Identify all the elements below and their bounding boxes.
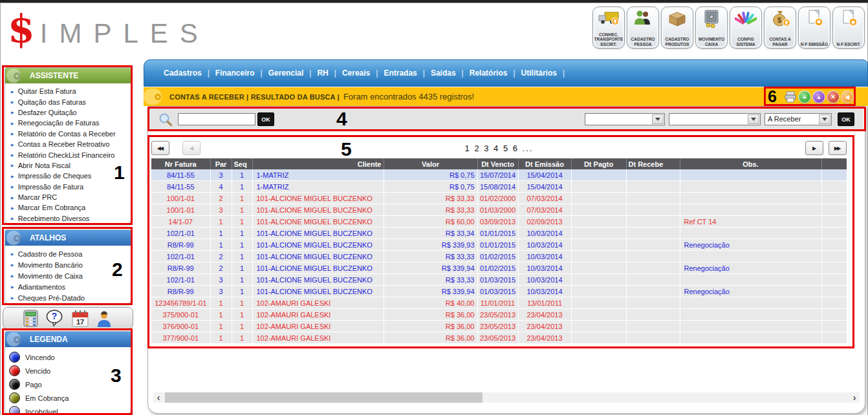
print-button[interactable] xyxy=(784,91,797,103)
menu-item[interactable]: Utilitários xyxy=(521,69,570,78)
table-row[interactable]: R8/R-99 3 1 101-ALCIONE MIGUEL BUCZENKO … xyxy=(151,286,847,297)
sidebar-menu-item[interactable]: Abrir Nota Fiscal xyxy=(9,160,131,171)
cadastro-pessoa-button[interactable]: CADASTRO PESSOA xyxy=(627,6,659,48)
table-row[interactable]: 102/1-01 2 1 101-ALCIONE MIGUEL BUCZENKO… xyxy=(151,251,847,262)
sidebar-menu-item[interactable]: Cheques Pré-Datado xyxy=(9,292,131,303)
cell-dt-pagto xyxy=(571,262,626,274)
contas-a-pagar-button[interactable]: $ CONTAS A PAGAR xyxy=(764,6,796,48)
cell-seq: 1 xyxy=(232,216,252,228)
menu-item[interactable]: Relatórios xyxy=(470,69,521,78)
sidebar-menu-item[interactable]: Relatório de Contas a Receber xyxy=(9,129,131,139)
column-header[interactable]: Valor xyxy=(384,158,477,169)
sidebar-menu-item[interactable]: Cadastro de Pessoa xyxy=(9,248,131,259)
cell-dt-recebe xyxy=(626,239,680,251)
sidebar-menu-item[interactable]: Relatório CheckList Financeiro xyxy=(9,149,131,160)
search-input[interactable] xyxy=(178,113,255,125)
cell-seq: 1 xyxy=(232,251,252,262)
table-row[interactable]: 102/1-01 1 1 101-ALCIONE MIGUEL BUCZENKO… xyxy=(151,228,847,239)
conhec-transporte-button[interactable]: CONHEC. TRANSPORTE ESCRIT. xyxy=(592,6,625,48)
config-sistema-button[interactable]: CONFIG SISTEMA xyxy=(730,6,762,48)
menu-item[interactable]: RH xyxy=(317,69,342,78)
cell-cliente: 101-ALCIONE MIGUEL BUCZENKO xyxy=(252,204,384,216)
cell-valor: R$ 40,00 xyxy=(384,297,477,309)
legend-item: Vencido xyxy=(8,364,131,378)
move-up-button[interactable]: ▲ xyxy=(812,90,825,103)
cell-cliente: 101-ALCIONE MIGUEL BUCZENKO xyxy=(252,216,384,228)
sidebar-menu-item[interactable]: Quitação das Faturas xyxy=(9,96,131,107)
column-header[interactable]: Nr Fatura xyxy=(151,158,210,169)
column-header[interactable]: Dt Recebe xyxy=(626,158,680,169)
add-button[interactable]: + xyxy=(798,90,811,103)
sidebar-menu-item[interactable]: Movimento Bancário xyxy=(9,259,131,270)
cell-dt-recebe xyxy=(626,262,680,274)
sidebar-menu-item[interactable]: Marcar PRC xyxy=(9,192,131,202)
table-row[interactable]: 84/11-55 4 1 1-MATRIZ R$ 0,75 15/08/2014… xyxy=(151,181,847,193)
cell-dt-pagto xyxy=(571,228,626,239)
filter-ok-button[interactable]: OK xyxy=(838,112,854,126)
cell-nr-fatura: 100/1-01 xyxy=(151,193,210,204)
legend-item: Vincendo xyxy=(8,350,131,364)
filter-select-1[interactable] xyxy=(585,113,665,125)
menu-item[interactable]: Cereais xyxy=(342,69,384,78)
sidebar-menu-item[interactable]: Movimento de Caixa xyxy=(9,270,131,281)
column-header[interactable]: Seq xyxy=(232,158,252,169)
column-header[interactable]: Dt Vencto xyxy=(477,158,518,169)
menu-item[interactable]: Gerencial xyxy=(268,69,318,78)
nf-emissao-button[interactable]: N F EMISSÃO xyxy=(798,6,830,48)
table-row[interactable]: 84/11-55 3 1 1-MATRIZ R$ 0,75 15/07/2014… xyxy=(151,169,847,181)
table-row[interactable]: R8/R-99 2 1 101-ALCIONE MIGUEL BUCZENKO … xyxy=(151,262,847,274)
cell-dt-vencto: 01/02/2015 xyxy=(477,262,518,274)
sidebar-menu-item[interactable]: Contas a Receber Retroativo xyxy=(9,139,131,149)
sidebar-menu-item[interactable]: Adiantamentos xyxy=(9,281,131,292)
menu-item[interactable]: Financeiro xyxy=(215,69,268,78)
table-row[interactable]: 123456789/1-01 1 1 102-AMAURI GALESKI R$… xyxy=(151,297,847,309)
table-row[interactable]: 100/1-01 3 1 101-ALCIONE MIGUEL BUCZENKO… xyxy=(151,204,847,216)
menu-item[interactable]: Saídas xyxy=(431,69,470,78)
column-header[interactable] xyxy=(821,158,847,169)
menu-item[interactable]: Entradas xyxy=(384,69,430,78)
table-row[interactable]: R8/R-99 1 1 101-ALCIONE MIGUEL BUCZENKO … xyxy=(151,239,847,251)
table-row[interactable]: 102/1-01 3 1 101-ALCIONE MIGUEL BUCZENKO… xyxy=(151,274,847,286)
close-button[interactable]: ✕ xyxy=(827,90,840,103)
filter-select-status[interactable]: A Receber xyxy=(765,113,832,125)
sidebar-menu-item[interactable]: Impressão de Cheques xyxy=(9,171,131,181)
sidebar-menu-item[interactable]: Impressão de Fatura xyxy=(9,182,131,192)
sidebar-menu-item[interactable]: Marcar Em Cobrança xyxy=(9,202,131,213)
table-row[interactable]: 376/900-01 1 1 102-AMAURI GALESKI R$ 36,… xyxy=(151,321,847,332)
help-bubble-icon[interactable]: ? xyxy=(45,309,65,328)
calculator-icon[interactable] xyxy=(23,310,38,327)
horizontal-scrollbar[interactable]: ‹ › xyxy=(153,392,860,403)
cell-dt-emissao: 10/03/2014 xyxy=(518,262,571,274)
table-row[interactable]: 377/900-01 1 1 102-AMAURI GALESKI R$ 36,… xyxy=(151,332,847,344)
cell-obs: Renegociação xyxy=(680,262,821,274)
column-header[interactable]: Obs. xyxy=(680,158,821,169)
column-header[interactable]: Dt Pagto xyxy=(571,158,626,169)
table-row[interactable]: 100/1-01 2 1 101-ALCIONE MIGUEL BUCZENKO… xyxy=(151,193,847,204)
table-row[interactable]: 14/1-07 1 1 101-ALCIONE MIGUEL BUCZENKO … xyxy=(151,216,847,228)
sidebar-menu-item[interactable]: Desfazer Quitação xyxy=(9,107,131,118)
cell-dt-vencto: 23/05/2013 xyxy=(477,309,518,321)
nf-escrit-button[interactable]: N F ESCRIT. xyxy=(832,6,865,48)
table-row[interactable]: 375/900-01 1 1 102-AMAURI GALESKI R$ 36,… xyxy=(151,309,847,321)
menu-item[interactable]: Cadastros xyxy=(164,69,215,78)
sidebar-menu-item[interactable]: Quitar Esta Fatura xyxy=(9,86,131,96)
calendar-icon[interactable]: 17 xyxy=(72,310,89,328)
scroll-right-icon[interactable]: › xyxy=(849,392,860,403)
cell-nr-fatura: R8/R-99 xyxy=(151,239,210,251)
search-ok-button[interactable]: OK xyxy=(257,112,274,126)
svg-text:17: 17 xyxy=(76,318,84,326)
sidebar-menu-item[interactable]: Recebimento Diversos xyxy=(9,213,131,224)
column-header[interactable]: Cliente xyxy=(252,158,384,169)
cell-obs: Ref CT 14 xyxy=(680,216,821,228)
back-button[interactable]: ◀ xyxy=(841,90,854,103)
page-numbers[interactable]: 1 2 3 4 5 6 ... xyxy=(151,144,847,153)
column-header[interactable]: Par xyxy=(210,158,232,169)
cadastro-produtos-button[interactable]: CADASTRO PRODUTOS xyxy=(661,6,693,48)
column-header[interactable]: Dt Emissão xyxy=(518,158,571,169)
movimento-caixa-button[interactable]: MOVIMENTO CAIXA xyxy=(695,6,728,48)
scrollbar-thumb[interactable] xyxy=(165,392,483,403)
sidebar-menu-item[interactable]: Renegociação de Faturas xyxy=(9,118,131,128)
scroll-left-icon[interactable]: ‹ xyxy=(153,392,164,403)
user-icon[interactable] xyxy=(96,310,113,328)
filter-select-2[interactable] xyxy=(669,113,761,125)
